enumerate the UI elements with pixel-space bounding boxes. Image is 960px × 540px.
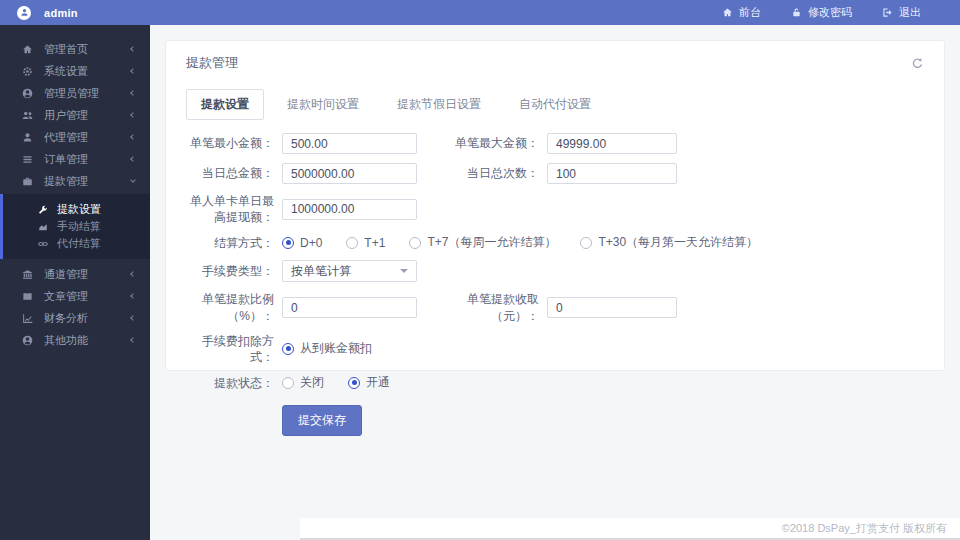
sidebar-item-order-management[interactable]: 订单管理 [0, 148, 150, 170]
sidebar-item-other-functions[interactable]: 其他功能 [0, 329, 150, 351]
tab-withdraw-time-settings[interactable]: 提款时间设置 [272, 89, 374, 120]
daily-count-input[interactable] [547, 163, 677, 184]
user-circle-icon [22, 335, 33, 346]
radio-d0[interactable]: D+0 [282, 236, 322, 250]
radio-icon [282, 377, 294, 389]
chevron-left-icon [130, 271, 136, 277]
sidebar-item-finance-analysis[interactable]: 财务分析 [0, 307, 150, 329]
radio-t7[interactable]: T+7（每周一允许结算） [409, 234, 556, 251]
sidebar-item-dashboard[interactable]: 管理首页 [0, 38, 150, 60]
settle-mode-label: 结算方式： [186, 235, 274, 251]
sidebar-menu: 管理首页 系统设置 管理员管理 用户管理 代理管理 订单管理 [0, 25, 150, 351]
users-icon [22, 110, 33, 121]
sidebar-item-label: 订单管理 [44, 152, 131, 167]
withdraw-settings-form: 单笔最小金额： 单笔最大金额： 当日总金额： 当日总次数： 单人单卡单日最高提现… [186, 133, 924, 436]
radio-deduct-from-received[interactable]: 从到账金额扣 [282, 340, 372, 357]
daily-count-label: 当日总次数： [453, 165, 539, 181]
brand[interactable]: admin [0, 6, 150, 20]
form-row: 结算方式： D+0 T+1 T+7（每周一允许结算） [186, 234, 924, 251]
sidebar-item-label: 文章管理 [44, 289, 131, 304]
sidebar-subitem-label: 代付结算 [57, 236, 101, 251]
form-row: 手续费类型： 按单笔计算 [186, 260, 924, 282]
form-row: 单人单卡单日最高提现额： [186, 193, 924, 225]
unlock-icon [791, 7, 802, 18]
withdraw-management-card: 提款管理 提款设置 提款时间设置 提款节假日设置 自动代付设置 单笔最小金额： … [165, 40, 945, 371]
fee-percent-input[interactable] [282, 297, 417, 318]
sidebar-item-label: 通道管理 [44, 267, 131, 282]
change-password-label: 修改密码 [808, 5, 852, 20]
logout-label: 退出 [899, 5, 921, 20]
radio-label: D+0 [300, 236, 322, 250]
sidebar-item-admin-management[interactable]: 管理员管理 [0, 82, 150, 104]
min-amount-input[interactable] [282, 133, 417, 154]
list-icon [22, 154, 33, 165]
fee-type-selected-value: 按单笔计算 [291, 263, 351, 280]
chevron-left-icon [130, 112, 136, 118]
logout-link[interactable]: 退出 [867, 0, 936, 25]
topbar: admin 前台 修改密码 退出 [0, 0, 960, 25]
chevron-left-icon [130, 90, 136, 96]
per-card-daily-max-input[interactable] [282, 199, 417, 220]
user-icon [22, 132, 33, 143]
chevron-left-icon [130, 134, 136, 140]
submit-save-button[interactable]: 提交保存 [282, 405, 362, 436]
sidebar-subitem-label: 手动结算 [57, 219, 101, 234]
fee-percent-label: 单笔提款比例（%）： [186, 291, 274, 323]
radio-icon [282, 343, 294, 355]
sidebar-item-withdraw-settings[interactable]: 提款设置 [3, 201, 150, 218]
frontend-link-label: 前台 [739, 5, 761, 20]
form-row: 单笔提款比例（%）： 单笔提款收取（元）： [186, 291, 924, 323]
caret-down-icon [400, 269, 408, 273]
link-icon [38, 239, 48, 249]
sidebar-item-article-management[interactable]: 文章管理 [0, 285, 150, 307]
radio-icon [282, 237, 294, 249]
fee-type-select[interactable]: 按单笔计算 [282, 260, 417, 282]
min-amount-label: 单笔最小金额： [186, 135, 274, 151]
sidebar-item-label: 财务分析 [44, 311, 131, 326]
max-amount-input[interactable] [547, 133, 677, 154]
radio-status-closed[interactable]: 关闭 [282, 374, 324, 391]
chevron-left-icon [130, 315, 136, 321]
daily-total-input[interactable] [282, 163, 417, 184]
fee-deduct-label: 手续费扣除方式： [186, 333, 274, 365]
chevron-left-icon [130, 337, 136, 343]
settings-tabs: 提款设置 提款时间设置 提款节假日设置 自动代付设置 [186, 89, 924, 120]
tab-withdraw-settings[interactable]: 提款设置 [186, 89, 264, 120]
user-circle-icon [22, 88, 33, 99]
page-title: 提款管理 [186, 54, 238, 72]
form-row: 当日总金额： 当日总次数： [186, 163, 924, 184]
topbar-nav: 前台 修改密码 退出 [707, 0, 960, 25]
sidebar-item-channel-management[interactable]: 通道管理 [0, 263, 150, 285]
bank-icon [22, 269, 33, 280]
user-avatar-icon [17, 6, 31, 20]
briefcase-icon [22, 176, 33, 187]
refresh-icon[interactable] [911, 57, 924, 70]
fee-deduct-radio-group: 从到账金额扣 [282, 340, 396, 357]
sidebar-item-payout-settlement[interactable]: 代付结算 [3, 235, 150, 252]
status-label: 提款状态： [186, 375, 274, 391]
chevron-left-icon [130, 293, 136, 299]
sidebar-item-label: 其他功能 [44, 333, 131, 348]
frontend-link[interactable]: 前台 [707, 0, 776, 25]
per-card-daily-max-label: 单人单卡单日最高提现额： [186, 193, 274, 225]
radio-icon [346, 237, 358, 249]
sidebar: 管理首页 系统设置 管理员管理 用户管理 代理管理 订单管理 [0, 25, 150, 540]
radio-status-open[interactable]: 开通 [348, 374, 390, 391]
fee-fixed-input[interactable] [547, 297, 677, 318]
sidebar-item-user-management[interactable]: 用户管理 [0, 104, 150, 126]
change-password-link[interactable]: 修改密码 [776, 0, 867, 25]
sidebar-item-manual-settlement[interactable]: 手动结算 [3, 218, 150, 235]
radio-t30[interactable]: T+30（每月第一天允许结算） [580, 234, 758, 251]
sidebar-item-agent-management[interactable]: 代理管理 [0, 126, 150, 148]
radio-t1[interactable]: T+1 [346, 236, 385, 250]
book-icon [22, 291, 33, 302]
tab-withdraw-holiday-settings[interactable]: 提款节假日设置 [382, 89, 496, 120]
radio-icon [348, 377, 360, 389]
radio-icon [409, 237, 421, 249]
sidebar-item-label: 代理管理 [44, 130, 131, 145]
radio-label: T+30（每月第一天允许结算） [598, 234, 758, 251]
sidebar-item-system-settings[interactable]: 系统设置 [0, 60, 150, 82]
gear-icon [22, 66, 33, 77]
sidebar-item-withdraw-management[interactable]: 提款管理 [0, 170, 150, 192]
tab-auto-payout-settings[interactable]: 自动代付设置 [504, 89, 606, 120]
